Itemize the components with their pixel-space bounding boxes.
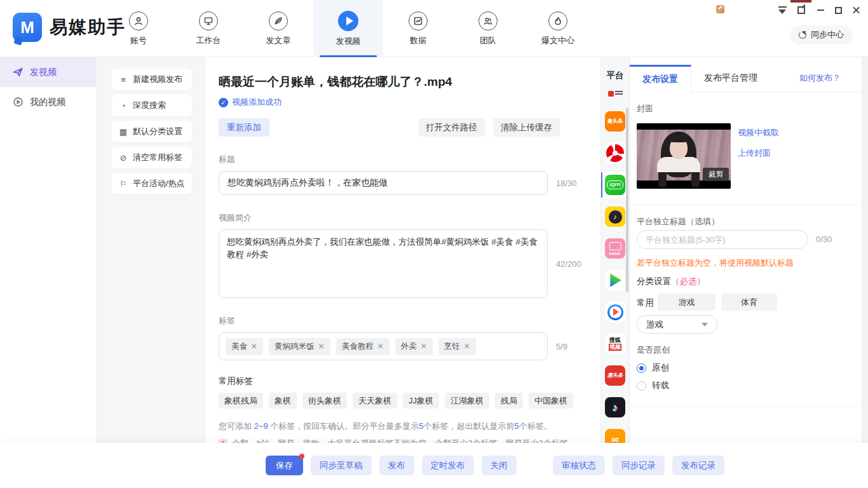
footer-bar: 保存 同步至草稿 发布 定时发布 关闭 审核状态 同步记录 发布记录 xyxy=(0,443,868,488)
footer-record-button[interactable]: 同步记录 xyxy=(613,456,665,475)
iqiyi-platform[interactable]: iQIYI xyxy=(602,172,628,198)
upload-status: ✓ 视频添加成功 xyxy=(219,97,600,108)
refresh-icon xyxy=(799,31,806,39)
team-icon xyxy=(478,11,498,30)
clear-upload-cache-button[interactable]: 清除上传缓存 xyxy=(493,118,560,137)
kuaishou-platform[interactable]: ♪ xyxy=(602,203,628,230)
sidebar-item-publish-video[interactable]: 发视频 xyxy=(0,57,96,87)
screenshot-icon[interactable] xyxy=(793,4,810,17)
footer-action-button[interactable]: 保存 xyxy=(266,456,303,475)
category-select[interactable]: 游戏 xyxy=(637,315,717,334)
platform-list: 趣头条 iQIYI ♪ bilibili xyxy=(601,88,629,443)
how-to-publish-link[interactable]: 如何发布？ xyxy=(799,72,841,84)
maximize-icon[interactable] xyxy=(830,4,846,17)
video-file-title: 晒最近一个月账单，钱都花在哪儿了？.mp4 xyxy=(219,74,600,90)
tag-chip: 美食教程 xyxy=(336,338,390,355)
user-icon xyxy=(129,11,148,30)
sohu-video-platform[interactable]: 搜狐视频 xyxy=(602,330,628,357)
independent-title-input[interactable] xyxy=(637,230,808,249)
close-icon[interactable] xyxy=(848,4,864,17)
platform-tags-warning: ! 企鹅，b站，网易，搜狗，大风平台视频标签不能为空，企鹅至少2个标签，网易至少… xyxy=(219,438,600,443)
independent-title-warning: 若平台独立标题为空，将使用视频默认标题 xyxy=(637,257,794,269)
open-file-path-button[interactable]: 打开文件路径 xyxy=(418,118,485,137)
radio-original[interactable]: 原创 xyxy=(637,362,669,374)
common-tag-chip[interactable]: 残局 xyxy=(495,393,523,409)
play-icon xyxy=(338,11,358,31)
platform-partially-scrolled[interactable] xyxy=(602,88,628,99)
category-label: 分类设置（必选） xyxy=(637,276,705,287)
nav-workbench[interactable]: 工作台 xyxy=(173,0,243,57)
footer-record-button[interactable]: 审核状态 xyxy=(553,456,605,475)
divider xyxy=(630,205,862,205)
douyin-platform[interactable]: ♪ xyxy=(602,394,628,421)
cover-thumbnail[interactable]: 裁剪 xyxy=(637,123,731,189)
chevron-down-icon xyxy=(702,323,708,327)
required-mark: （必选） xyxy=(671,276,705,286)
footer-record-button[interactable]: 发布记录 xyxy=(672,456,724,475)
common-tag-chip[interactable]: 象棋 xyxy=(269,393,297,409)
page-scrollbar[interactable] xyxy=(862,57,868,443)
haokan-video-platform[interactable] xyxy=(602,299,628,325)
action-button[interactable]: ◔ 深度搜索 xyxy=(112,95,192,116)
tags-counter: 5/9 xyxy=(556,342,567,351)
actions-panel: ≡ 新建视频发布 ◔ 深度搜索 ▦ 默认分类设置 ⊘ 清空常用标签 ⚐ 平台活动… xyxy=(97,57,205,443)
tencent-video-platform[interactable] xyxy=(602,267,628,294)
feather-pen-icon xyxy=(269,11,288,30)
fenghuang-platform[interactable] xyxy=(602,140,628,166)
huitoutiao-platform[interactable]: 惠头条 xyxy=(602,362,628,389)
cover-label: 封面 xyxy=(637,103,653,114)
sync-center-button[interactable]: 同步中心 xyxy=(790,25,853,44)
flame-icon xyxy=(548,11,567,30)
action-icon: ⚐ xyxy=(119,179,128,189)
category-quick-option[interactable]: 体育 xyxy=(721,294,777,311)
remove-tag-icon[interactable] xyxy=(377,342,384,351)
readd-button[interactable]: 重新添加 xyxy=(219,118,269,137)
remove-tag-icon[interactable] xyxy=(464,342,470,351)
common-tag-chip[interactable]: 象棋残局 xyxy=(219,393,263,409)
tab-publish-settings[interactable]: 发布设置 xyxy=(630,65,691,93)
radio-repost[interactable]: 转载 xyxy=(637,380,669,391)
nav-team[interactable]: 团队 xyxy=(453,0,523,57)
category-common-label: 常用 xyxy=(637,297,654,309)
extension-icon[interactable] xyxy=(716,5,724,13)
nav-data[interactable]: 数据 xyxy=(383,0,453,57)
title-input[interactable] xyxy=(219,171,548,195)
common-tag-chip[interactable]: 江湖象棋 xyxy=(445,393,489,409)
common-tag-chip[interactable]: 街头象棋 xyxy=(302,393,347,409)
platform-scrollbar[interactable] xyxy=(626,108,628,292)
common-tag-chip[interactable]: JJ象棋 xyxy=(403,393,439,409)
remove-tag-icon[interactable] xyxy=(421,342,427,351)
category-quick-option[interactable]: 游戏 xyxy=(658,294,715,311)
title-label: 标题 xyxy=(219,154,600,165)
remove-tag-icon[interactable] xyxy=(251,342,257,351)
qutoutiao-platform[interactable]: 趣头条 xyxy=(602,108,628,135)
common-tag-chip[interactable]: 天天象棋 xyxy=(353,393,397,409)
video-form: 晒最近一个月账单，钱都花在哪儿了？.mp4 ✓ 视频添加成功 重新添加 打开文件… xyxy=(205,57,600,443)
crop-button[interactable]: 裁剪 xyxy=(703,168,729,181)
nav-account[interactable]: 账号 xyxy=(104,0,173,57)
bilibili-platform[interactable]: bilibili xyxy=(602,235,628,262)
action-button[interactable]: ≡ 新建视频发布 xyxy=(112,69,192,90)
action-button[interactable]: ▦ 默认分类设置 xyxy=(112,121,192,142)
remove-tag-icon[interactable] xyxy=(318,342,325,351)
action-button[interactable]: ⊘ 清空常用标签 xyxy=(112,147,192,168)
upload-cover-link[interactable]: 上传封面 xyxy=(738,147,771,159)
footer-action-button[interactable]: 发布 xyxy=(379,456,414,475)
nav-publish-article[interactable]: 发文章 xyxy=(243,0,313,57)
glasses-orange-platform[interactable]: ∞ xyxy=(602,426,628,443)
minimize-icon[interactable] xyxy=(812,4,829,17)
tags-input[interactable]: 美食 黄焖鸡米饭 美食教程 外卖 xyxy=(219,332,548,360)
sidebar-item-my-videos[interactable]: 我的视频 xyxy=(0,87,96,117)
footer-action-button[interactable]: 定时发布 xyxy=(422,456,474,475)
action-button[interactable]: ⚐ 平台活动/热点 xyxy=(112,173,192,194)
common-tag-chip[interactable]: 中国象棋 xyxy=(529,393,573,409)
action-icon: ◔ xyxy=(119,101,128,111)
description-input[interactable]: 想吃黄焖鸡别再点外卖了，我们在家也能做，方法很简单#黄焖鸡米饭 #美食 #美食教… xyxy=(219,229,548,298)
tab-platform-management[interactable]: 发布平台管理 xyxy=(691,65,770,92)
nav-hot-center[interactable]: 爆文中心 xyxy=(523,0,593,57)
nav-publish-video[interactable]: 发视频 xyxy=(313,0,383,57)
footer-action-button[interactable]: 关闭 xyxy=(482,456,517,475)
capture-from-video-link[interactable]: 视频中截取 xyxy=(738,127,779,139)
footer-action-button[interactable]: 同步至草稿 xyxy=(311,456,372,475)
collapse-icon[interactable] xyxy=(774,4,790,17)
